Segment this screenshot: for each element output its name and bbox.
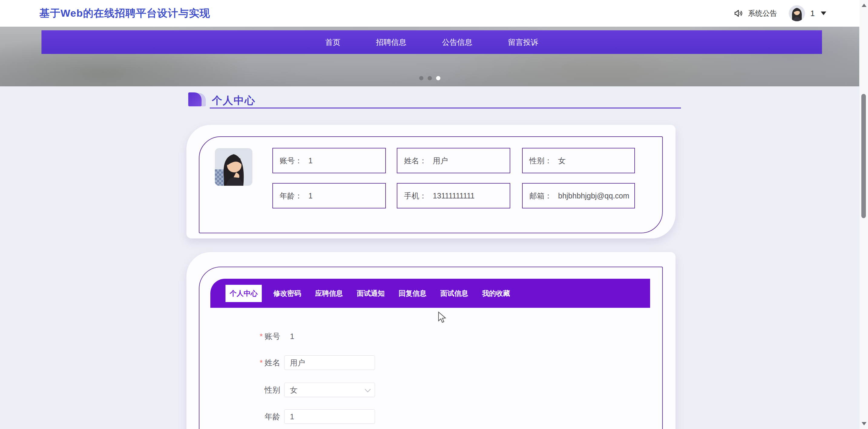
profile-field-account: 账号： 1 [272, 148, 386, 173]
name-input[interactable] [284, 355, 375, 370]
field-value: 女 [558, 156, 566, 166]
personal-tabbar: 个人中心 修改密码 应聘信息 面试通知 回复信息 面试信息 我的收藏 [210, 279, 650, 308]
scrollbar-thumb[interactable] [861, 94, 866, 218]
personal-center-card: 个人中心 修改密码 应聘信息 面试通知 回复信息 面试信息 我的收藏 * 账号 … [186, 252, 676, 429]
profile-field-email: 邮箱： bhjbhbhjgbj@qq.com [522, 183, 635, 208]
field-value: 用户 [433, 156, 448, 166]
form-row-gender: 性别 女 [186, 382, 489, 398]
form-label: * 账号 [260, 331, 280, 342]
tab-personal-center[interactable]: 个人中心 [225, 285, 262, 302]
mouse-cursor [438, 311, 449, 323]
header-username[interactable]: 1 [810, 9, 815, 18]
tab-reply-info[interactable]: 回复信息 [396, 285, 429, 302]
chevron-down-icon [365, 386, 371, 392]
field-label: 手机： [404, 191, 427, 201]
carousel-dot[interactable] [428, 76, 432, 80]
section-underline [210, 108, 681, 109]
form-label: 性别 [265, 385, 280, 395]
field-label: 性别： [529, 156, 552, 166]
page-scrollbar[interactable] [859, 0, 868, 429]
section-corner-icon [188, 92, 207, 106]
profile-field-phone: 手机： 13111111111 [397, 183, 510, 208]
nav-item-jobs[interactable]: 招聘信息 [376, 37, 406, 47]
gender-select[interactable]: 女 [284, 383, 375, 397]
profile-field-name: 姓名： 用户 [397, 148, 510, 173]
form-row-name: * 姓名 [186, 355, 489, 371]
field-label: 姓名： [404, 156, 427, 166]
field-value: 1 [308, 192, 313, 200]
form-label: * 姓名 [260, 358, 280, 368]
field-value: 1 [308, 156, 313, 165]
scroll-down-arrow[interactable] [862, 422, 867, 425]
user-avatar[interactable] [789, 5, 805, 22]
form-label: 年龄 [265, 411, 280, 422]
caret-down-icon[interactable] [821, 11, 826, 15]
header-right-cluster: 系统公告 1 [734, 0, 826, 27]
profile-summary-card: 账号： 1 姓名： 用户 性别： 女 年龄： 1 手机： 13111111111… [186, 125, 676, 238]
scroll-up-arrow[interactable] [862, 4, 867, 7]
field-label: 年龄： [280, 191, 302, 201]
profile-field-age: 年龄： 1 [272, 183, 386, 208]
profile-photo [215, 148, 252, 186]
tab-application-info[interactable]: 应聘信息 [313, 285, 345, 302]
page: 首页 招聘信息 公告信息 留言投诉 基于Web的在线招聘平台设计与实现 系统公告 [0, 0, 868, 429]
tab-interview-info[interactable]: 面试信息 [438, 285, 471, 302]
nav-item-complaints[interactable]: 留言投诉 [508, 37, 538, 47]
gender-select-value: 女 [290, 385, 298, 395]
carousel-dot-active[interactable] [436, 76, 440, 80]
required-marker: * [260, 332, 263, 341]
form-row-account: * 账号 1 [186, 328, 489, 344]
speaker-icon [734, 9, 743, 18]
tab-change-password[interactable]: 修改密码 [271, 285, 304, 302]
field-label: 账号： [280, 156, 302, 166]
nav-item-home[interactable]: 首页 [326, 37, 340, 47]
required-marker: * [260, 358, 263, 368]
field-value: bhjbhbhjgbj@qq.com [558, 192, 629, 200]
carousel-dot[interactable] [419, 76, 424, 80]
main-navbar: 首页 招聘信息 公告信息 留言投诉 [41, 30, 822, 54]
page-title: 个人中心 [212, 94, 255, 108]
app-header: 基于Web的在线招聘平台设计与实现 系统公告 1 [0, 0, 860, 27]
field-label: 邮箱： [529, 191, 552, 201]
profile-field-gender: 性别： 女 [522, 148, 635, 173]
age-input[interactable] [284, 409, 375, 424]
form-row-age: 年龄 [186, 409, 489, 425]
tab-interview-notice[interactable]: 面试通知 [354, 285, 387, 302]
system-announcement-link[interactable]: 系统公告 [748, 8, 777, 18]
account-value: 1 [290, 332, 294, 341]
site-title: 基于Web的在线招聘平台设计与实现 [39, 0, 210, 27]
field-value: 13111111111 [433, 192, 474, 200]
carousel-dots [0, 76, 860, 80]
tab-my-favorites[interactable]: 我的收藏 [480, 285, 513, 302]
nav-item-announcements[interactable]: 公告信息 [442, 37, 472, 47]
